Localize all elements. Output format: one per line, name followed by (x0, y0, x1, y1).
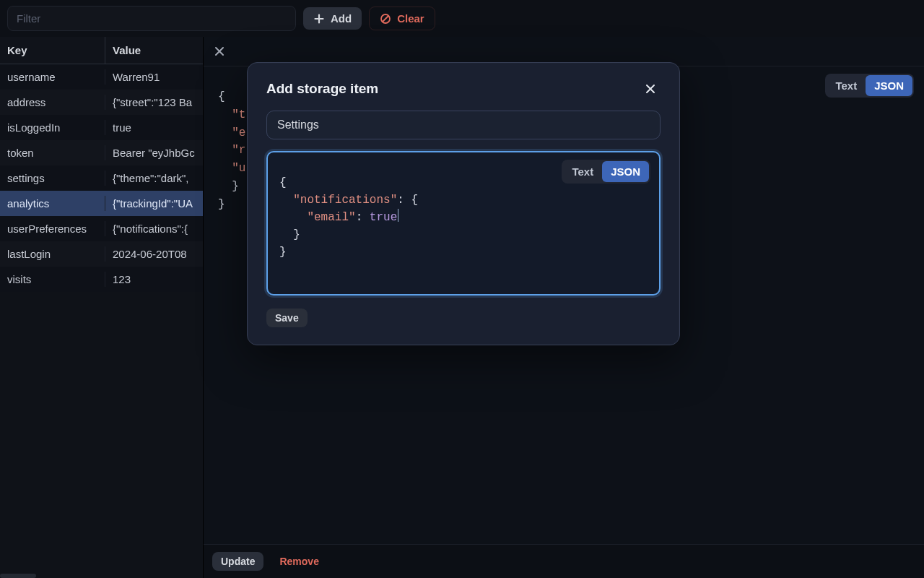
cell-key: visits (0, 272, 105, 287)
detail-footer: Update Remove (204, 544, 924, 578)
close-icon (214, 46, 225, 56)
editor-toggle-text-button[interactable]: Text (563, 161, 602, 182)
detail-value-type-toggle: Text JSON (825, 74, 914, 98)
app-root: Add Clear Key Value usernameWarren91addr… (0, 0, 924, 578)
cell-value: {"street":"123 Ba (105, 95, 203, 110)
cell-key: lastLogin (0, 246, 105, 262)
table-row[interactable]: analytics{"trackingId":"UA (0, 191, 203, 216)
save-button[interactable]: Save (266, 309, 308, 327)
remove-button[interactable]: Remove (271, 552, 327, 571)
storage-table: Key Value usernameWarren91address{"stree… (0, 37, 204, 578)
clear-button-label: Clear (397, 12, 424, 25)
add-item-modal: Add storage item Text JSON { "notificati… (247, 62, 680, 345)
cell-key: settings (0, 171, 105, 186)
clear-icon (380, 13, 391, 25)
cell-key: analytics (0, 196, 105, 211)
cell-key: address (0, 95, 105, 110)
update-button[interactable]: Update (212, 552, 263, 571)
table-row[interactable]: address{"street":"123 Ba (0, 90, 203, 115)
toggle-text-button[interactable]: Text (827, 75, 866, 96)
col-header-key[interactable]: Key (0, 37, 105, 64)
add-button-label: Add (331, 12, 352, 25)
toolbar: Add Clear (0, 0, 924, 37)
table-row[interactable]: lastLogin2024-06-20T08 (0, 241, 203, 267)
close-icon (645, 83, 656, 95)
modal-close-button[interactable] (640, 79, 661, 99)
modal-header: Add storage item (266, 79, 661, 99)
cell-value: {"notifications":{ (105, 221, 203, 236)
horizontal-scrollbar-thumb[interactable] (0, 574, 36, 578)
cell-value: true (105, 120, 203, 135)
cell-value: 123 (105, 272, 203, 287)
cell-value: Bearer "eyJhbGc (105, 145, 203, 160)
filter-input[interactable] (7, 6, 296, 31)
table-row[interactable]: settings{"theme":"dark", (0, 165, 203, 191)
table-header: Key Value (0, 37, 203, 64)
close-detail-button[interactable] (209, 41, 230, 61)
cell-value: {"theme":"dark", (105, 171, 203, 186)
col-header-value[interactable]: Value (105, 37, 203, 64)
cell-key: isLoggedIn (0, 120, 105, 135)
cell-value: Warren91 (105, 69, 203, 85)
cell-value: {"trackingId":"UA (105, 196, 203, 211)
plus-icon (313, 13, 325, 25)
table-body: usernameWarren91address{"street":"123 Ba… (0, 64, 203, 578)
table-row[interactable]: visits123 (0, 267, 203, 292)
editor-value-type-toggle: Text JSON (562, 160, 650, 184)
modal-title: Add storage item (266, 79, 378, 99)
modal-actions: Save (266, 309, 661, 327)
table-row[interactable]: isLoggedIntrue (0, 115, 203, 140)
item-value-editor[interactable]: Text JSON { "notifications": { "email": … (266, 151, 661, 296)
cell-key: userPreferences (0, 221, 105, 236)
add-button[interactable]: Add (303, 7, 362, 30)
table-row[interactable]: tokenBearer "eyJhbGc (0, 140, 203, 165)
cell-value: 2024-06-20T08 (105, 246, 203, 262)
clear-button[interactable]: Clear (369, 7, 435, 30)
table-row[interactable]: usernameWarren91 (0, 64, 203, 90)
cell-key: token (0, 145, 105, 160)
toggle-json-button[interactable]: JSON (866, 75, 912, 96)
cell-key: username (0, 69, 105, 85)
item-key-input[interactable] (266, 111, 661, 139)
editor-toggle-json-button[interactable]: JSON (602, 161, 649, 182)
editor-json-content[interactable]: { "notifications": { "email": true } } (279, 174, 648, 261)
table-row[interactable]: userPreferences{"notifications":{ (0, 216, 203, 241)
